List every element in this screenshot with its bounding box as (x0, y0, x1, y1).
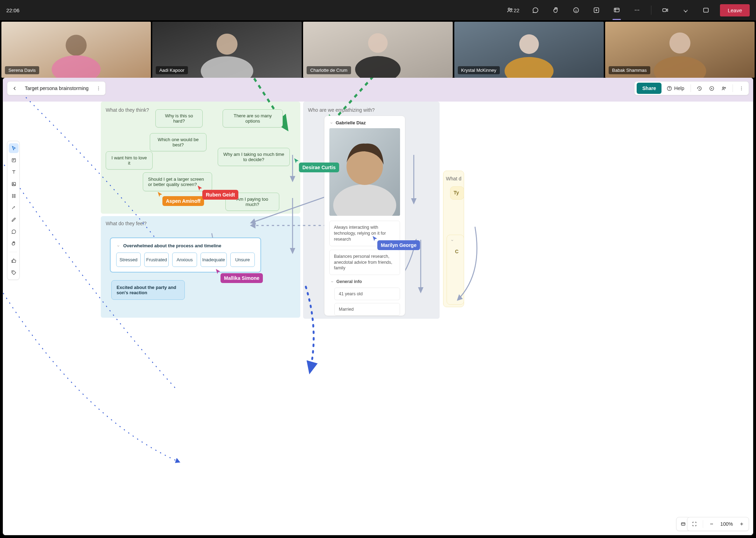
svg-rect-6 (614, 8, 619, 12)
feel-chip[interactable]: Inadequate (201, 253, 227, 267)
persona-photo (329, 128, 400, 216)
think-node[interactable]: Which one would be best? (150, 133, 206, 151)
zoom-out-button[interactable] (707, 519, 716, 529)
video-tile[interactable]: Serena Davis (1, 22, 151, 78)
tool-comment[interactable] (9, 227, 19, 236)
share-button[interactable]: Share (637, 83, 662, 94)
persona-card[interactable]: Gabrielle Diaz Always interacting with t… (324, 116, 405, 316)
people-icon (721, 85, 727, 91)
camera-button[interactable] (659, 4, 672, 16)
board-more-button[interactable] (736, 83, 747, 94)
mic-button[interactable] (679, 4, 692, 16)
think-node[interactable]: Why is this so hard? (155, 109, 203, 127)
more-icon (634, 7, 640, 14)
board-title-more[interactable] (93, 83, 103, 93)
zoom-in-button[interactable] (737, 519, 747, 529)
chevron-down-icon (330, 280, 334, 284)
whiteboard-button[interactable] (610, 4, 623, 16)
tool-image[interactable] (9, 179, 19, 189)
reactions-button[interactable] (570, 4, 582, 16)
chevron-down-icon (116, 244, 120, 248)
persona-name: Gabrielle Diaz (336, 120, 366, 125)
tool-text[interactable] (9, 167, 19, 177)
more-button[interactable] (631, 4, 643, 16)
cursor-marilyn: Marilyn George (372, 235, 420, 250)
feel-chip[interactable]: Anxious (172, 253, 197, 267)
raise-hand-icon (552, 7, 559, 14)
leave-button[interactable]: Leave (720, 4, 750, 16)
section-feel-title: What do they feel? (106, 221, 147, 226)
svg-point-17 (217, 34, 238, 55)
cursor-label: Desirae Curtis (299, 163, 339, 172)
svg-point-23 (519, 34, 539, 54)
text-icon (11, 169, 17, 175)
svg-point-37 (722, 87, 724, 88)
present-button[interactable] (707, 83, 717, 94)
video-tile[interactable]: Krystal McKinney (454, 22, 604, 78)
back-button[interactable] (9, 83, 20, 94)
raise-hand-button[interactable] (550, 4, 562, 16)
think-node[interactable]: I want him to love it (106, 151, 153, 170)
thumbs-up-icon (11, 258, 17, 264)
tool-like[interactable] (9, 256, 19, 265)
tool-sticky[interactable] (9, 155, 19, 165)
plus-icon (739, 521, 744, 527)
kebab-icon (96, 85, 102, 91)
svg-point-8 (637, 10, 637, 11)
video-tile[interactable]: Aadi Kapoor (152, 22, 302, 78)
feel-note[interactable]: Excited about the party and son's reacti… (111, 280, 185, 300)
feel-card-title: Overwhelmed about the process and timeli… (123, 243, 221, 248)
people-icon (506, 7, 513, 14)
tool-tag[interactable] (9, 268, 19, 277)
feel-card[interactable]: Overwhelmed about the process and timeli… (110, 237, 261, 273)
zoom-bar: 100% (687, 517, 749, 531)
feel-chip[interactable]: Unsure (230, 253, 255, 267)
cursor-icon (215, 268, 221, 275)
tool-connector[interactable] (9, 203, 19, 213)
video-tile[interactable]: Charlotte de Crum (303, 22, 453, 78)
frame-icon (11, 193, 17, 199)
participants-button[interactable]: 22 (504, 4, 522, 16)
help-button[interactable]: <402> Help (664, 83, 687, 94)
history-button[interactable] (694, 83, 705, 94)
svg-point-0 (508, 8, 510, 10)
persona-chip[interactable]: Married (334, 303, 400, 316)
think-node[interactable]: There are so many options (223, 109, 283, 127)
video-tile[interactable]: Babak Shammas (605, 22, 755, 78)
cursor-label: Marilyn George (377, 240, 420, 250)
fit-icon (692, 521, 697, 527)
add-app-button[interactable] (590, 4, 603, 16)
chat-button[interactable] (529, 4, 542, 16)
board-actions: Share <402> Help (634, 81, 749, 95)
tool-select[interactable] (9, 143, 19, 153)
arrow-left-icon (12, 85, 18, 91)
feel-chip-row: Stressed Frustrated Anxious Inadequate U… (116, 253, 255, 267)
toolbox (7, 141, 20, 280)
zoom-level[interactable]: 100% (720, 521, 733, 527)
persona-chip[interactable]: 41 years old (334, 288, 400, 300)
fit-screen-button[interactable] (690, 519, 699, 529)
connector-icon (11, 205, 17, 211)
canvas[interactable]: What do they think? What do they feel? W… (3, 78, 753, 535)
svg-point-38 (724, 87, 726, 88)
chevron-down-icon (450, 238, 454, 242)
tool-frame[interactable] (9, 191, 19, 201)
participant-name: Aadi Kapoor (156, 66, 188, 74)
plus-square-icon (593, 7, 600, 14)
tool-hand[interactable] (9, 239, 19, 248)
divider (651, 6, 651, 15)
collaborators-button[interactable] (719, 83, 729, 94)
persona-general-label: General info (336, 279, 362, 284)
feel-chip[interactable]: Stressed (116, 253, 141, 267)
tool-pen[interactable] (9, 215, 19, 225)
board-title[interactable]: Target persona brainstorming (22, 85, 91, 91)
section-think-title: What do they think? (106, 107, 149, 113)
think-node[interactable]: Why am I taking so much time to decide? (218, 148, 290, 166)
feel-chip[interactable]: Frustrated (144, 253, 169, 267)
svg-point-7 (635, 10, 636, 11)
cursor-label: Mallika Simone (220, 273, 263, 283)
svg-point-20 (368, 33, 388, 53)
section-empathize-title: Who are we empathizing with? (308, 107, 375, 113)
persona-fact[interactable]: Balances personal research, anecdotal ad… (329, 250, 400, 275)
share-screen-button[interactable] (700, 4, 712, 16)
